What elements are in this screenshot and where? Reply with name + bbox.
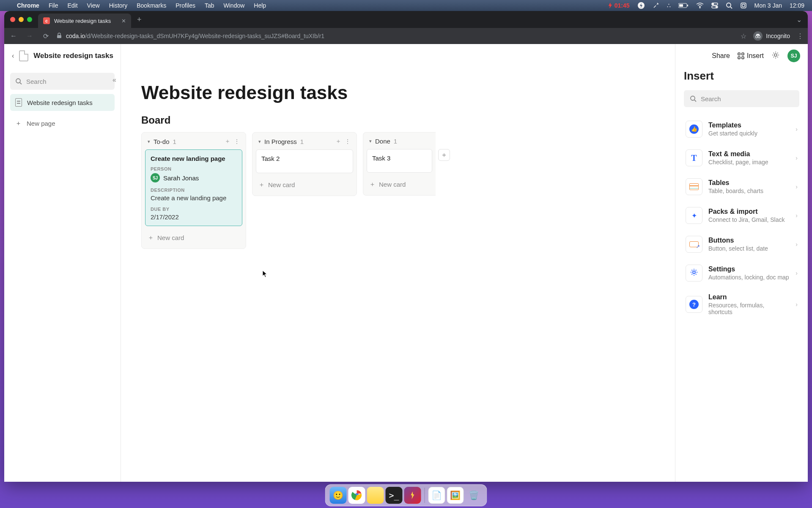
insert-search-placeholder: Search [701,95,721,102]
back-button[interactable]: ← [8,32,19,40]
browser-window: c Website redesign tasks ✕ + ⌄ ← → ⟳ cod… [4,11,808,482]
column-add-icon[interactable]: ＋ [225,138,230,145]
new-card-button[interactable]: ＋ New card [256,177,353,192]
window-maximize-button[interactable] [27,17,32,22]
field-label-person: PERSON [151,166,237,171]
menu-tab[interactable]: Tab [205,2,214,9]
menu-window[interactable]: Window [224,2,245,9]
dock-finder-icon[interactable]: 🙂 [330,487,347,504]
column-add-icon[interactable]: ＋ [335,138,341,145]
chevron-down-icon[interactable]: ▾ [258,139,261,144]
incognito-icon [753,31,763,41]
menu-file[interactable]: File [49,2,58,9]
browser-tab[interactable]: c Website redesign tasks ✕ [38,14,131,28]
svg-rect-2 [687,5,688,6]
templates-icon: 👍 [689,124,699,134]
doc-back-icon[interactable]: ‹ [12,52,14,60]
insert-panel: ✕ Insert Search 👍 TemplatesGet started q… [675,44,808,482]
insert-button[interactable]: Insert [738,52,764,60]
chevron-right-icon: › [796,126,798,133]
battery-icon[interactable] [678,3,689,8]
menu-edit[interactable]: Edit [67,2,77,9]
insert-item-templates[interactable]: 👍 TemplatesGet started quickly › [684,115,799,144]
reload-button[interactable]: ⟳ [41,32,51,40]
tab-close-icon[interactable]: ✕ [121,18,126,24]
tab-title: Website redesign tasks [54,18,111,24]
insert-item-settings[interactable]: SettingsAutomations, locking, doc map › [684,259,799,287]
wifi-icon[interactable] [696,3,704,8]
insert-item-text-media[interactable]: T Text & mediaChecklist, page, image › [684,144,799,172]
menu-app-name[interactable]: Chrome [17,2,39,9]
forward-button[interactable]: → [25,32,35,40]
menubar-date[interactable]: Mon 3 Jan [754,2,782,9]
column-name[interactable]: To-do [154,138,170,145]
incognito-badge[interactable]: Incognito [753,31,790,41]
tools-icon[interactable] [653,2,659,9]
column-menu-icon[interactable]: ⋮ [234,138,240,145]
dock-file-icon[interactable]: 📄 [428,487,445,504]
menu-profiles[interactable]: Profiles [176,2,195,9]
settings-icon[interactable] [771,51,780,61]
sidebar-search[interactable]: Search [10,73,115,90]
share-button[interactable]: Share [712,52,730,60]
bookmark-icon[interactable]: ☆ [741,32,746,40]
app: ‹ Website redesign tasks Share Insert SJ [4,44,808,482]
menu-bookmarks[interactable]: Bookmarks [137,2,166,9]
menu-history[interactable]: History [109,2,128,9]
insert-grid-icon [738,52,744,59]
window-minimize-button[interactable] [19,17,24,22]
battery-status[interactable]: 01:45 [608,2,630,9]
insert-item-learn[interactable]: ? LearnResources, formulas, shortcuts › [684,287,799,321]
user-avatar[interactable]: SJ [787,50,800,62]
siri-icon[interactable] [740,2,747,9]
board: ▾ To-do 1 ＋ ⋮ Create new landing page PE… [141,132,655,249]
window-close-button[interactable] [10,17,15,22]
card-title: Task 2 [261,155,280,162]
add-column-button[interactable]: ＋ [438,149,450,161]
dots-icon[interactable]: ∴ [667,2,671,9]
new-card-button[interactable]: ＋ New card [145,230,242,245]
new-tab-button[interactable]: + [131,15,148,24]
chevron-down-icon[interactable]: ▾ [148,139,150,144]
page-title[interactable]: Website redesign tasks [141,82,655,103]
tabs-dropdown-icon[interactable]: ⌄ [790,16,808,24]
svg-rect-17 [738,57,740,59]
url-field[interactable]: coda.io/d/Website-redesign-tasks_dSmUH7K… [57,33,735,40]
sidebar-page-item[interactable]: Website redesign tasks [10,94,115,111]
board-card[interactable]: Task 2 [256,149,353,173]
search-icon [690,95,697,102]
dock-chrome-icon[interactable] [348,487,365,504]
menu-help[interactable]: Help [254,2,266,9]
plus-icon: ＋ [15,119,22,127]
insert-search[interactable]: Search [684,90,799,107]
chevron-down-icon[interactable]: ▾ [369,138,372,144]
collapse-sidebar-icon[interactable]: « [112,76,116,84]
column-name[interactable]: Done [375,138,390,145]
column-count: 1 [173,138,176,145]
column-menu-icon[interactable]: ⋮ [345,138,351,145]
dock-image-icon[interactable]: 🖼️ [447,487,464,504]
dock-trash-icon[interactable]: 🗑️ [466,487,483,504]
column-name[interactable]: In Progress [264,138,297,145]
bolt-icon[interactable] [637,2,645,9]
insert-item-packs[interactable]: ✦ Packs & importConnect to Jira, Gmail, … [684,201,799,230]
menubar-time[interactable]: 12:09 [790,2,804,9]
board-card[interactable]: Create new landing page PERSON SJ Sarah … [145,149,242,226]
dock-terminal-icon[interactable]: >_ [386,487,403,504]
board-title[interactable]: Board [141,114,655,126]
control-center-icon[interactable] [711,2,718,9]
doc-title[interactable]: Website redesign tasks [33,52,113,60]
new-card-button[interactable]: ＋ New card [367,177,432,192]
plus-icon: ＋ [369,180,376,188]
insert-item-buttons[interactable]: ButtonsButton, select list, date › [684,230,799,259]
browser-menu-icon[interactable]: ⋮ [797,32,804,40]
spotlight-icon[interactable] [726,2,732,9]
svg-rect-3 [679,4,683,7]
dock-app-icon[interactable] [404,487,421,504]
sidebar-search-placeholder: Search [26,78,47,85]
dock-notes-icon[interactable] [367,487,384,504]
menu-view[interactable]: View [87,2,100,9]
insert-item-tables[interactable]: TablesTable, boards, charts › [684,172,799,201]
new-page-button[interactable]: ＋ New page [10,115,115,132]
board-card[interactable]: Task 3 [367,149,432,173]
